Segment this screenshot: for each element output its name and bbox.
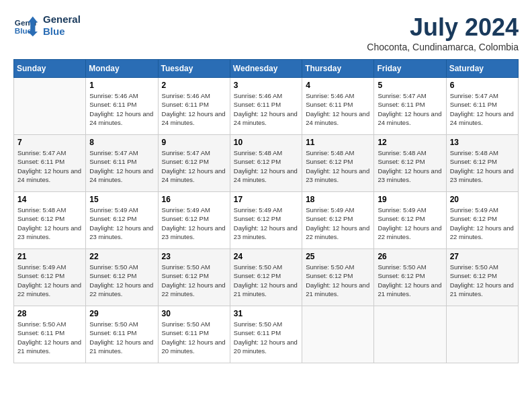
day-info: Sunrise: 5:47 AMSunset: 6:12 PMDaylight:… [162, 148, 226, 184]
day-number: 1 [89, 81, 154, 90]
day-info: Sunrise: 5:47 AMSunset: 6:11 PMDaylight:… [89, 148, 154, 184]
day-cell: 6Sunrise: 5:47 AMSunset: 6:11 PMDaylight… [446, 78, 518, 135]
day-cell: 12Sunrise: 5:48 AMSunset: 6:12 PMDayligh… [374, 135, 446, 192]
day-number: 28 [17, 309, 82, 318]
day-cell: 11Sunrise: 5:48 AMSunset: 6:12 PMDayligh… [302, 135, 374, 192]
logo-line1: General [43, 13, 81, 26]
week-row-3: 14Sunrise: 5:48 AMSunset: 6:12 PMDayligh… [14, 192, 519, 249]
day-number: 30 [162, 309, 226, 318]
day-info: Sunrise: 5:50 AMSunset: 6:11 PMDaylight:… [162, 320, 226, 355]
day-number: 2 [162, 81, 226, 90]
location: Choconta, Cundinamarca, Colombia [367, 42, 519, 52]
day-cell [446, 306, 518, 363]
day-info: Sunrise: 5:48 AMSunset: 6:12 PMDaylight:… [378, 148, 442, 184]
month-year: July 2024 [367, 13, 519, 42]
day-cell: 23Sunrise: 5:50 AMSunset: 6:12 PMDayligh… [158, 249, 230, 306]
day-info: Sunrise: 5:48 AMSunset: 6:12 PMDaylight:… [234, 148, 298, 184]
day-cell: 28Sunrise: 5:50 AMSunset: 6:11 PMDayligh… [14, 306, 86, 363]
day-info: Sunrise: 5:49 AMSunset: 6:12 PMDaylight:… [89, 205, 154, 241]
calendar-table: SundayMondayTuesdayWednesdayThursdayFrid… [13, 59, 519, 363]
day-info: Sunrise: 5:49 AMSunset: 6:12 PMDaylight:… [162, 205, 226, 241]
day-number: 15 [89, 195, 154, 204]
day-info: Sunrise: 5:50 AMSunset: 6:12 PMDaylight:… [89, 263, 154, 298]
day-info: Sunrise: 5:48 AMSunset: 6:12 PMDaylight:… [306, 148, 370, 184]
page-header: General Blue General Blue July 2024 Choc… [13, 13, 519, 52]
day-info: Sunrise: 5:47 AMSunset: 6:11 PMDaylight:… [450, 91, 515, 127]
day-cell: 16Sunrise: 5:49 AMSunset: 6:12 PMDayligh… [158, 192, 230, 249]
day-number: 25 [306, 252, 370, 261]
day-cell: 10Sunrise: 5:48 AMSunset: 6:12 PMDayligh… [230, 135, 302, 192]
day-info: Sunrise: 5:46 AMSunset: 6:11 PMDaylight:… [234, 91, 298, 127]
day-cell: 21Sunrise: 5:49 AMSunset: 6:12 PMDayligh… [14, 249, 86, 306]
day-number: 9 [162, 138, 226, 147]
day-cell: 2Sunrise: 5:46 AMSunset: 6:11 PMDaylight… [158, 78, 230, 135]
day-cell: 24Sunrise: 5:50 AMSunset: 6:12 PMDayligh… [230, 249, 302, 306]
day-number: 24 [234, 252, 298, 261]
day-cell: 17Sunrise: 5:49 AMSunset: 6:12 PMDayligh… [230, 192, 302, 249]
day-info: Sunrise: 5:50 AMSunset: 6:12 PMDaylight:… [306, 263, 370, 298]
day-info: Sunrise: 5:49 AMSunset: 6:12 PMDaylight:… [234, 205, 298, 241]
day-number: 27 [450, 252, 515, 261]
day-number: 16 [162, 195, 226, 204]
day-number: 3 [234, 81, 298, 90]
day-number: 12 [378, 138, 442, 147]
day-cell: 25Sunrise: 5:50 AMSunset: 6:12 PMDayligh… [302, 249, 374, 306]
day-info: Sunrise: 5:50 AMSunset: 6:12 PMDaylight:… [378, 263, 442, 298]
day-info: Sunrise: 5:50 AMSunset: 6:11 PMDaylight:… [89, 320, 154, 355]
day-cell [14, 78, 86, 135]
title-block: July 2024 Choconta, Cundinamarca, Colomb… [367, 13, 519, 52]
week-row-4: 21Sunrise: 5:49 AMSunset: 6:12 PMDayligh… [14, 249, 519, 306]
day-number: 23 [162, 252, 226, 261]
day-info: Sunrise: 5:50 AMSunset: 6:12 PMDaylight:… [450, 263, 515, 298]
day-number: 22 [89, 252, 154, 261]
day-info: Sunrise: 5:50 AMSunset: 6:11 PMDaylight:… [234, 320, 298, 355]
day-number: 4 [306, 81, 370, 90]
day-number: 13 [450, 138, 515, 147]
day-cell: 30Sunrise: 5:50 AMSunset: 6:11 PMDayligh… [158, 306, 230, 363]
day-number: 29 [89, 309, 154, 318]
day-info: Sunrise: 5:48 AMSunset: 6:12 PMDaylight:… [17, 205, 82, 241]
day-info: Sunrise: 5:49 AMSunset: 6:12 PMDaylight:… [450, 205, 515, 241]
week-row-1: 1Sunrise: 5:46 AMSunset: 6:11 PMDaylight… [14, 78, 519, 135]
header-wednesday: Wednesday [230, 60, 302, 78]
day-cell: 31Sunrise: 5:50 AMSunset: 6:11 PMDayligh… [230, 306, 302, 363]
day-number: 31 [234, 309, 298, 318]
day-info: Sunrise: 5:50 AMSunset: 6:12 PMDaylight:… [162, 263, 226, 298]
day-number: 26 [378, 252, 442, 261]
logo: General Blue General Blue [13, 13, 81, 38]
day-info: Sunrise: 5:47 AMSunset: 6:11 PMDaylight:… [378, 91, 442, 127]
day-number: 7 [17, 138, 82, 147]
day-number: 18 [306, 195, 370, 204]
day-cell: 18Sunrise: 5:49 AMSunset: 6:12 PMDayligh… [302, 192, 374, 249]
day-info: Sunrise: 5:46 AMSunset: 6:11 PMDaylight:… [306, 91, 370, 127]
day-info: Sunrise: 5:49 AMSunset: 6:12 PMDaylight:… [17, 263, 82, 298]
day-number: 19 [378, 195, 442, 204]
day-number: 8 [89, 138, 154, 147]
day-info: Sunrise: 5:50 AMSunset: 6:11 PMDaylight:… [17, 320, 82, 355]
day-info: Sunrise: 5:49 AMSunset: 6:12 PMDaylight:… [378, 205, 442, 241]
day-number: 14 [17, 195, 82, 204]
week-row-5: 28Sunrise: 5:50 AMSunset: 6:11 PMDayligh… [14, 306, 519, 363]
header-thursday: Thursday [302, 60, 374, 78]
header-saturday: Saturday [446, 60, 518, 78]
logo-line2: Blue [43, 26, 81, 38]
day-info: Sunrise: 5:46 AMSunset: 6:11 PMDaylight:… [162, 91, 226, 127]
day-number: 6 [450, 81, 515, 90]
header-friday: Friday [374, 60, 446, 78]
day-cell: 5Sunrise: 5:47 AMSunset: 6:11 PMDaylight… [374, 78, 446, 135]
day-cell: 9Sunrise: 5:47 AMSunset: 6:12 PMDaylight… [158, 135, 230, 192]
day-cell: 29Sunrise: 5:50 AMSunset: 6:11 PMDayligh… [86, 306, 158, 363]
day-cell: 20Sunrise: 5:49 AMSunset: 6:12 PMDayligh… [446, 192, 518, 249]
header-sunday: Sunday [14, 60, 86, 78]
day-cell: 13Sunrise: 5:48 AMSunset: 6:12 PMDayligh… [446, 135, 518, 192]
day-info: Sunrise: 5:50 AMSunset: 6:12 PMDaylight:… [234, 263, 298, 298]
day-number: 17 [234, 195, 298, 204]
day-cell: 14Sunrise: 5:48 AMSunset: 6:12 PMDayligh… [14, 192, 86, 249]
day-cell [302, 306, 374, 363]
calendar-header-row: SundayMondayTuesdayWednesdayThursdayFrid… [14, 60, 519, 78]
week-row-2: 7Sunrise: 5:47 AMSunset: 6:11 PMDaylight… [14, 135, 519, 192]
day-number: 10 [234, 138, 298, 147]
day-cell: 15Sunrise: 5:49 AMSunset: 6:12 PMDayligh… [86, 192, 158, 249]
day-number: 5 [378, 81, 442, 90]
day-info: Sunrise: 5:49 AMSunset: 6:12 PMDaylight:… [306, 205, 370, 241]
